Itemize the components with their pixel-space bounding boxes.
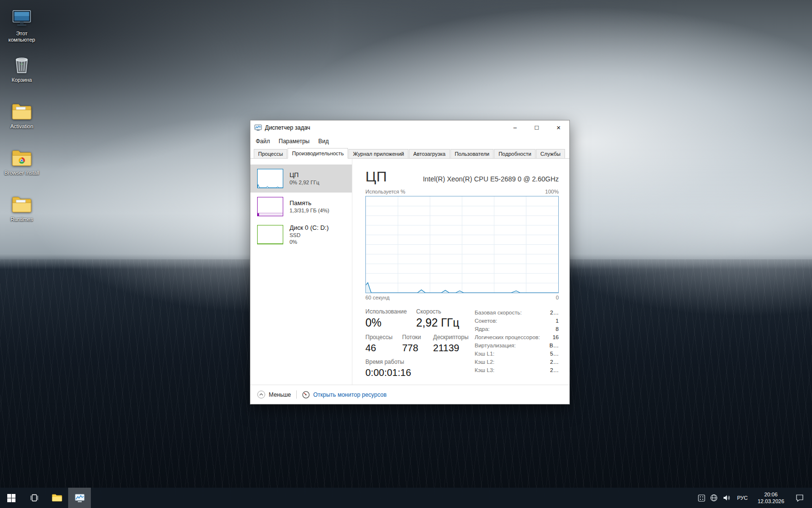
maximize-button[interactable]: ☐ [526, 120, 548, 135]
cpu-model-name: Intel(R) Xeon(R) CPU E5-2689 0 @ 2.60GHz [423, 175, 559, 185]
info-l2-cache-label: Кэш L2: [475, 358, 494, 366]
start-button[interactable] [0, 488, 23, 508]
desktop-icon-label: Runtimes [11, 216, 33, 223]
stat-handles-label: Дескрипторы [433, 333, 475, 341]
open-resource-monitor-link[interactable]: Открыть монитор ресурсов [302, 391, 387, 399]
cpu-info-column: Базовая скорость:2… Сокетов:1 Ядра:8 Лог… [475, 308, 559, 385]
desktop-icon-label: Корзина [12, 77, 32, 83]
stat-utilization-label: Использование [365, 308, 416, 315]
stat-utilization-value: 0% [365, 315, 416, 330]
info-sockets-label: Сокетов: [475, 317, 497, 325]
windows-logo-icon [7, 494, 15, 502]
footer-divider [296, 390, 297, 399]
tab-app-history[interactable]: Журнал приложений [348, 149, 408, 158]
tab-startup[interactable]: Автозагрузка [409, 149, 450, 158]
graph-label-60s: 60 секунд [365, 295, 390, 302]
info-l3-cache-label: Кэш L3: [475, 366, 494, 374]
menu-view[interactable]: Вид [314, 136, 333, 147]
grid-app-icon [698, 494, 705, 502]
globe-icon [710, 494, 718, 502]
tab-users[interactable]: Пользователи [450, 149, 494, 158]
close-button[interactable]: ✕ [548, 120, 569, 135]
window-title: Диспетчер задач [265, 124, 504, 131]
network-globe-icon[interactable] [708, 488, 720, 508]
desktop-icon-recycle-bin[interactable]: Корзина [1, 51, 43, 98]
menu-options[interactable]: Параметры [275, 136, 314, 147]
info-cores-label: Ядра: [475, 325, 490, 333]
tab-performance[interactable]: Производительность [288, 148, 348, 159]
window-controls: ─ ☐ ✕ [504, 120, 569, 135]
stat-speed-value: 2,92 ГГц [416, 315, 475, 330]
sidebar-disk-subtitle: SSD [290, 232, 329, 239]
stat-threads-label: Потоки [402, 333, 433, 341]
file-explorer-button[interactable] [45, 488, 68, 508]
window-footer: Меньше Открыть монитор ресурсов [250, 385, 569, 404]
info-base-speed-label: Базовая скорость: [475, 309, 522, 317]
stat-processes-value: 46 [365, 341, 402, 355]
task-manager-app-icon [254, 124, 262, 131]
cpu-panel: ЦП Intel(R) Xeon(R) CPU E5-2689 0 @ 2.60… [352, 159, 569, 385]
desktop-icon-column: Этот компьютер Корзина Activation [1, 5, 43, 237]
desktop-icon-label: Этот компьютер [2, 30, 42, 43]
sidebar-cpu-title: ЦП [290, 171, 319, 179]
tab-details[interactable]: Подробности [494, 149, 536, 158]
sidebar-disk-title: Диск 0 (C: D:) [290, 224, 329, 232]
title-bar[interactable]: Диспетчер задач ─ ☐ ✕ [250, 120, 569, 135]
clock-date: 12.03.2026 [757, 498, 784, 505]
info-l3-cache-value: 2… [550, 366, 559, 374]
desktop-icon-browser-install[interactable]: Browser Install [1, 144, 43, 191]
fewer-details-button[interactable]: Меньше [257, 390, 291, 399]
info-sockets-value: 1 [556, 317, 559, 325]
info-l1-cache-value: 5… [550, 350, 559, 358]
performance-body: ЦП 0% 2,92 ГГц Память 1,3/31,9 [250, 159, 569, 385]
taskbar-spacer [91, 488, 695, 508]
tab-services[interactable]: Службы [536, 149, 565, 158]
performance-sidebar: ЦП 0% 2,92 ГГц Память 1,3/31,9 [250, 159, 352, 385]
info-virtualization-value: В… [550, 342, 559, 350]
desktop-icon-runtimes[interactable]: Runtimes [1, 191, 43, 237]
file-explorer-icon [52, 493, 62, 502]
minimize-button[interactable]: ─ [504, 120, 526, 135]
sidebar-memory-subtitle: 1,3/31,9 ГБ (4%) [290, 207, 329, 214]
volume-icon[interactable] [720, 488, 733, 508]
menu-file[interactable]: Файл [251, 136, 275, 147]
taskbar-clock[interactable]: 20:06 12.03.2026 [752, 491, 790, 505]
task-view-button[interactable] [23, 488, 45, 508]
cpu-usage-graph [365, 196, 559, 293]
info-logical-processors-label: Логических процессоров: [475, 333, 540, 342]
action-center-button[interactable] [790, 494, 809, 502]
taskbar: РУС 20:06 12.03.2026 [0, 488, 812, 508]
memory-mini-graph [257, 197, 283, 216]
desktop-icon-activation[interactable]: Activation [1, 98, 43, 144]
desktop-icon-label: Browser Install [4, 170, 39, 176]
graph-label-100: 100% [545, 189, 559, 196]
sidebar-item-disk0[interactable]: Диск 0 (C: D:) SSD 0% [250, 221, 352, 249]
stat-threads-value: 778 [402, 341, 433, 355]
chevron-up-circle-icon [257, 390, 265, 399]
task-manager-icon [74, 493, 85, 503]
resource-monitor-icon [302, 391, 310, 399]
stat-processes-label: Процессы [365, 333, 402, 341]
disk-mini-graph [257, 225, 283, 244]
recycle-bin-icon [11, 53, 33, 75]
tab-strip: Процессы Производительность Журнал прило… [250, 148, 569, 159]
desktop: Этот компьютер Корзина Activation [0, 0, 812, 508]
info-cores-value: 8 [556, 325, 559, 333]
stat-uptime-label: Время работы [365, 358, 475, 366]
clock-time: 20:06 [764, 491, 778, 498]
stat-speed-label: Скорость [416, 308, 475, 315]
tab-processes[interactable]: Процессы [254, 149, 287, 158]
sidebar-item-cpu[interactable]: ЦП 0% 2,92 ГГц [250, 164, 352, 193]
cpu-stats: Использование 0% Скорость 2,92 ГГц Проце… [365, 308, 475, 385]
sidebar-item-memory[interactable]: Память 1,3/31,9 ГБ (4%) [250, 193, 352, 221]
graph-label-utilization: Используется % [365, 189, 406, 196]
info-base-speed-value: 2… [550, 309, 559, 317]
tray-app-icon[interactable] [695, 488, 708, 508]
folder-icon [11, 100, 33, 122]
action-center-icon [796, 494, 804, 502]
desktop-icon-label: Activation [10, 123, 33, 130]
system-tray: РУС 20:06 12.03.2026 [695, 488, 812, 508]
language-indicator[interactable]: РУС [733, 488, 752, 508]
desktop-icon-this-pc[interactable]: Этот компьютер [1, 5, 43, 51]
task-manager-taskbar-button[interactable] [68, 488, 91, 508]
